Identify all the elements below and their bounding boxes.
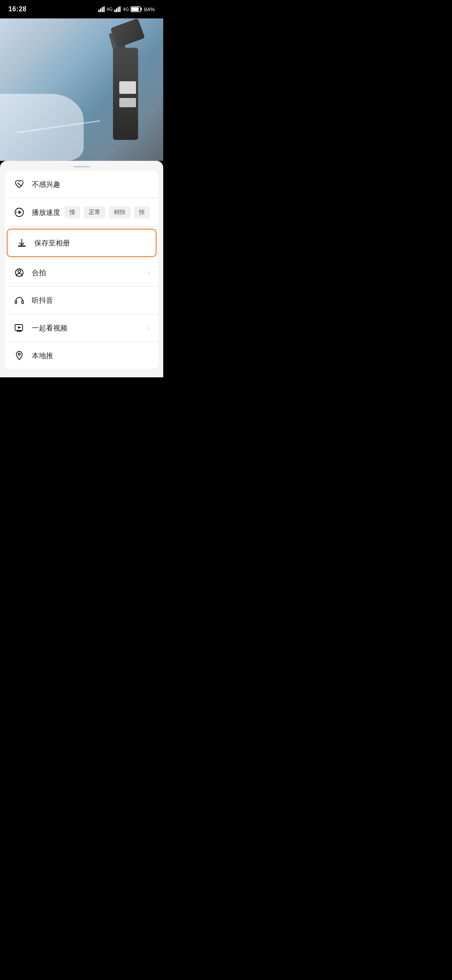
not-interested-label: 不感兴趣 bbox=[32, 180, 150, 189]
watch-together-arrow: › bbox=[148, 324, 150, 332]
bg-decoration bbox=[0, 94, 84, 161]
speed-options: 慢 正常 稍快 快 bbox=[64, 206, 150, 219]
battery-icon bbox=[131, 6, 142, 12]
svg-rect-10 bbox=[131, 8, 139, 11]
handle-bar bbox=[73, 166, 90, 168]
watch-together-label: 一起看视频 bbox=[32, 323, 148, 333]
svg-marker-22 bbox=[18, 326, 21, 329]
camera-sticker2 bbox=[119, 98, 136, 107]
signal-icon bbox=[98, 6, 105, 12]
svg-rect-9 bbox=[141, 8, 142, 10]
svg-line-11 bbox=[18, 183, 21, 186]
network-type2: 4G bbox=[123, 7, 129, 12]
collab-arrow: › bbox=[148, 269, 150, 276]
svg-rect-5 bbox=[116, 8, 117, 12]
network-type: 4G bbox=[107, 7, 113, 12]
svg-rect-2 bbox=[102, 7, 103, 12]
camera-head bbox=[110, 18, 145, 48]
bottom-sheet: 不感兴趣 播放速度 慢 正常 稍快 快 bbox=[0, 161, 163, 377]
menu-list: 不感兴趣 播放速度 慢 正常 稍快 快 bbox=[5, 171, 158, 369]
menu-item-local-push[interactable]: 本地推 bbox=[5, 342, 158, 369]
video-area bbox=[0, 18, 163, 161]
svg-rect-7 bbox=[119, 6, 121, 12]
sheet-handle bbox=[0, 161, 163, 171]
svg-marker-13 bbox=[18, 211, 22, 214]
status-bar: 16:28 4G 4G 84% bbox=[0, 0, 163, 18]
svg-rect-3 bbox=[103, 6, 105, 12]
menu-item-not-interested[interactable]: 不感兴趣 bbox=[5, 171, 158, 198]
svg-point-17 bbox=[18, 270, 21, 273]
svg-rect-20 bbox=[22, 301, 23, 304]
menu-item-collab[interactable]: 合拍 › bbox=[5, 259, 158, 286]
menu-item-listen-douyin[interactable]: 听抖音 bbox=[5, 287, 158, 314]
download-icon bbox=[16, 237, 28, 249]
speed-fast[interactable]: 快 bbox=[134, 206, 150, 219]
listen-douyin-label: 听抖音 bbox=[32, 296, 150, 305]
svg-rect-15 bbox=[18, 245, 26, 247]
watch-together-icon bbox=[13, 322, 25, 334]
playback-speed-label: 播放速度 bbox=[32, 208, 64, 217]
status-icons: 4G 4G 84% bbox=[98, 6, 155, 13]
collab-icon bbox=[13, 267, 25, 279]
signal-icon2 bbox=[114, 6, 121, 12]
menu-item-save-to-album[interactable]: 保存至相册 bbox=[7, 229, 157, 257]
divider2 bbox=[5, 227, 158, 227]
speed-normal[interactable]: 正常 bbox=[84, 206, 105, 219]
svg-point-24 bbox=[18, 353, 21, 356]
location-icon bbox=[13, 350, 25, 361]
save-to-album-label: 保存至相册 bbox=[34, 238, 147, 248]
menu-item-watch-together[interactable]: 一起看视频 › bbox=[5, 315, 158, 342]
svg-rect-19 bbox=[15, 301, 17, 304]
heart-broken-icon bbox=[13, 178, 25, 190]
headphone-icon bbox=[13, 294, 25, 306]
svg-rect-1 bbox=[100, 8, 101, 12]
status-time: 16:28 bbox=[8, 5, 26, 13]
speed-slightly-fast[interactable]: 稍快 bbox=[109, 206, 131, 219]
svg-rect-6 bbox=[118, 7, 119, 12]
camera-body bbox=[113, 48, 138, 140]
battery-percent: 84% bbox=[144, 6, 155, 13]
local-push-label: 本地推 bbox=[32, 351, 150, 361]
collab-label: 合拍 bbox=[32, 268, 148, 278]
speed-slow[interactable]: 慢 bbox=[64, 206, 80, 219]
svg-rect-0 bbox=[98, 10, 100, 12]
camera-device bbox=[88, 31, 138, 148]
svg-rect-4 bbox=[114, 10, 116, 12]
play-speed-icon bbox=[13, 206, 25, 218]
camera-sticker1 bbox=[119, 81, 136, 94]
menu-item-playback-speed[interactable]: 播放速度 慢 正常 稍快 快 bbox=[5, 199, 158, 227]
